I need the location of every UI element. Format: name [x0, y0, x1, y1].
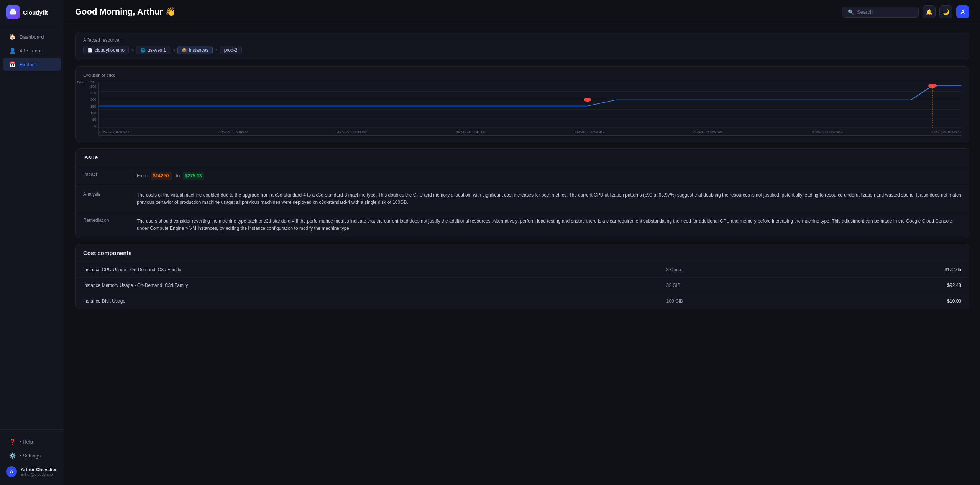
breadcrumb-label: prod-2: [224, 48, 238, 53]
cost-row-cpu: Instance CPU Usage - On-Demand, C3d Fami…: [76, 262, 969, 278]
page-content: Affected resource: 📄 cloudyfit-demo > 🌐 …: [64, 24, 980, 485]
sidebar-bottom: ❓ • Help ⚙️ • Settings A Arthur Chevalie…: [0, 429, 64, 485]
moon-icon: 🌙: [943, 9, 949, 15]
team-icon: 👤: [9, 48, 16, 54]
cost-name-cpu: Instance CPU Usage - On-Demand, C3d Fami…: [76, 262, 659, 278]
cost-price-memory: $92.48: [814, 277, 969, 293]
search-box[interactable]: 🔍: [842, 7, 919, 18]
impact-label: Impact: [76, 166, 129, 186]
analysis-label: Analysis: [76, 186, 129, 212]
sidebar-item-settings[interactable]: ⚙️ • Settings: [3, 449, 61, 462]
breadcrumb-separator: >: [215, 48, 218, 53]
affected-resource-bar: Affected resource: 📄 cloudyfit-demo > 🌐 …: [75, 32, 969, 60]
chart-container: Price in US$ 300 250 200 150 100 50 0: [83, 82, 961, 136]
search-input[interactable]: [857, 9, 911, 15]
file-icon: 📄: [87, 48, 93, 53]
from-to-container: From $142.57 To $275.13: [137, 172, 961, 180]
box-icon: 📦: [182, 48, 187, 53]
issue-table: Impact From $142.57 To $275.13 Analysis …: [76, 166, 969, 238]
cost-section-header: Cost components: [76, 244, 969, 262]
y-label-250: 250: [90, 91, 96, 95]
impact-value: From $142.57 To $275.13: [129, 166, 969, 186]
issue-section: Issue Impact From $142.57 To $275.13: [75, 148, 969, 238]
avatar: A: [6, 466, 17, 477]
settings-icon: ⚙️: [9, 452, 16, 459]
price-to: $275.13: [183, 172, 204, 180]
y-label-100: 100: [90, 111, 96, 115]
cost-table: Instance CPU Usage - On-Demand, C3d Fami…: [76, 262, 969, 309]
x-label: 2025-02-22 16:48:45Z: [693, 130, 724, 134]
analysis-value: The costs of the virtual machine doubled…: [129, 186, 969, 212]
remediation-label: Remediation: [76, 212, 129, 238]
svg-point-0: [584, 98, 591, 102]
chart-svg: [99, 82, 961, 128]
sidebar-item-dashboard[interactable]: 🏠 Dashboard: [3, 30, 61, 43]
chart-subtitle: Evolution of price: [83, 73, 961, 77]
notifications-button[interactable]: 🔔: [923, 5, 936, 18]
breadcrumb-label: cloudyfit-demo: [95, 48, 125, 53]
x-label: 2025-02-20 16:48:45Z: [455, 130, 486, 134]
logo-text: Cloudyfit: [23, 9, 48, 16]
search-icon: 🔍: [848, 9, 854, 15]
breadcrumb-us-west1[interactable]: 🌐 us-west1: [136, 46, 170, 54]
page-title: Good Morning, Arthur 👋: [75, 7, 176, 17]
user-email: arthur@cloudyfit.io: [21, 472, 57, 477]
sidebar-item-explorer[interactable]: 📅 Explorer: [3, 58, 61, 71]
cost-row-disk: Instance Disk Usage 100 GiB $10.00: [76, 293, 969, 309]
user-profile: A Arthur Chevalier arthur@cloudyfit.io: [0, 463, 64, 480]
explorer-icon: 📅: [9, 61, 16, 67]
cost-name-disk: Instance Disk Usage: [76, 293, 659, 309]
cost-qty-disk: 100 GiB: [659, 293, 814, 309]
sidebar-item-label: Explorer: [20, 62, 38, 67]
theme-button[interactable]: 🌙: [939, 5, 952, 18]
cost-title: Cost components: [83, 250, 132, 256]
logo: Cloudyfit: [0, 0, 64, 25]
bell-icon: 🔔: [926, 9, 932, 15]
x-label: 2025-02-23 16:48:45Z: [812, 130, 842, 134]
help-icon: ❓: [9, 439, 16, 445]
sidebar-item-help[interactable]: ❓ • Help: [3, 435, 61, 448]
sidebar-item-label: Dashboard: [20, 34, 44, 40]
breadcrumb-prod2[interactable]: prod-2: [220, 46, 242, 54]
cost-qty-cpu: 8 Cores: [659, 262, 814, 278]
cost-qty-memory: 32 GiB: [659, 277, 814, 293]
y-label-150: 150: [90, 105, 96, 108]
sidebar: Cloudyfit 🏠 Dashboard 👤 49 • Team 📅 Expl…: [0, 0, 64, 485]
cost-price-disk: $10.00: [814, 293, 969, 309]
issue-row-impact: Impact From $142.57 To $275.13: [76, 166, 969, 186]
y-label-50: 50: [92, 118, 96, 121]
breadcrumb-instances[interactable]: 📦 instances: [177, 46, 213, 54]
x-label: 2025-02-21 16:48:45Z: [574, 130, 604, 134]
cost-row-memory: Instance Memory Usage - On-Demand, C3d F…: [76, 277, 969, 293]
breadcrumb-label: us-west1: [148, 48, 166, 53]
sidebar-item-team[interactable]: 👤 49 • Team: [3, 44, 61, 57]
main-content: Good Morning, Arthur 👋 🔍 🔔 🌙 A Affected …: [64, 0, 980, 485]
chart-plot-area: 2025-02-17 16:48:45Z 2025-02-18 16:48:45…: [98, 82, 961, 136]
y-label-300: 300: [90, 85, 96, 88]
cost-components-section: Cost components Instance CPU Usage - On-…: [75, 244, 969, 309]
issue-row-analysis: Analysis The costs of the virtual machin…: [76, 186, 969, 212]
user-initial: A: [961, 9, 965, 15]
issue-title: Issue: [83, 154, 98, 161]
home-icon: 🏠: [9, 34, 16, 40]
resource-breadcrumb: 📄 cloudyfit-demo > 🌐 us-west1 > 📦 instan…: [83, 46, 961, 54]
user-avatar-button[interactable]: A: [956, 5, 969, 18]
cost-name-memory: Instance Memory Usage - On-Demand, C3d F…: [76, 277, 659, 293]
y-label-200: 200: [90, 98, 96, 102]
sidebar-item-label: 49 • Team: [20, 48, 42, 54]
sidebar-nav: 🏠 Dashboard 👤 49 • Team 📅 Explorer: [0, 25, 64, 429]
cost-price-cpu: $172.65: [814, 262, 969, 278]
breadcrumb-cloudyfit-demo[interactable]: 📄 cloudyfit-demo: [83, 46, 129, 54]
header: Good Morning, Arthur 👋 🔍 🔔 🌙 A: [64, 0, 980, 24]
chart-x-labels: 2025-02-17 16:48:45Z 2025-02-18 16:48:45…: [99, 129, 961, 135]
sidebar-item-label: • Settings: [20, 453, 41, 459]
price-chart-section: Evolution of price Price in US$ 300 250 …: [75, 66, 969, 142]
user-name: Arthur Chevalier: [21, 467, 57, 472]
header-actions: 🔍 🔔 🌙 A: [842, 5, 969, 18]
issue-section-header: Issue: [76, 149, 969, 166]
price-from: $142.57: [151, 172, 172, 180]
issue-row-remediation: Remediation The users should consider re…: [76, 212, 969, 238]
x-label: 2025-02-24 16:48:45Z: [931, 130, 961, 134]
sidebar-item-label: • Help: [20, 439, 33, 445]
svg-point-1: [928, 84, 937, 88]
